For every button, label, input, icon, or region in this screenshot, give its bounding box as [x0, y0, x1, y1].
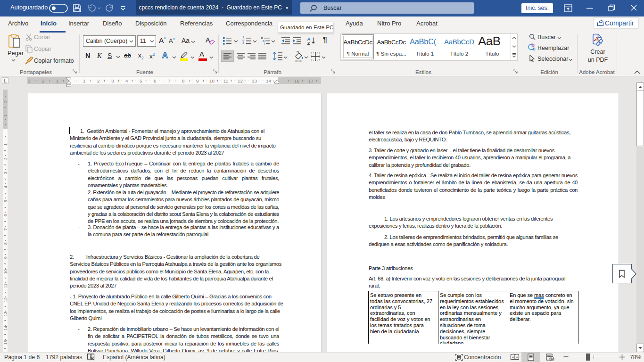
svg-text:Z: Z — [307, 41, 310, 45]
svg-text:i: i — [264, 42, 265, 45]
